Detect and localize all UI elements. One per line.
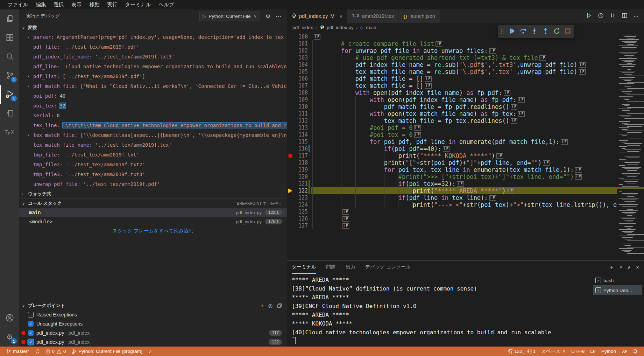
- variable-row[interactable]: pdf_index_file_name:'../test_tex/amm2019…: [19, 52, 287, 62]
- code-line[interactable]: 108 with open(pdf_index_file_name) as fp…: [287, 89, 617, 96]
- variable-value[interactable]: '../test_tex/amm2019f.txt3': [95, 54, 175, 60]
- breakpoint-margin[interactable]: [287, 180, 294, 187]
- code-line[interactable]: 118 print("["+str(poi_pdf)+"]"+pdf_line,…: [287, 159, 617, 166]
- variable-row[interactable]: poi_tex:32: [19, 101, 287, 111]
- line-number[interactable]: 117: [294, 152, 308, 159]
- expand-chevron-icon[interactable]: ›: [27, 74, 33, 79]
- breakpoint-checkbox[interactable]: [28, 330, 34, 336]
- feedback-button[interactable]: [619, 349, 630, 354]
- breakpoint-margin[interactable]: [287, 40, 294, 47]
- code-line[interactable]: 127 LF: [287, 222, 617, 229]
- expand-chevron-icon[interactable]: ›: [27, 84, 33, 89]
- variable-row[interactable]: ›pdf_list:['../test_tex/amm2019f.pdf']: [19, 71, 287, 81]
- breakpoint-margin[interactable]: [287, 152, 294, 159]
- code-line[interactable]: 111 with open(tex_match_file_name) as fp…: [287, 110, 617, 117]
- line-number[interactable]: 126: [294, 215, 308, 222]
- variable-row[interactable]: ›tex_match_file:['\\documentclass[aspec.…: [19, 130, 287, 140]
- breakpoint-margin[interactable]: [287, 54, 294, 61]
- sidebar-item-explorer[interactable]: [0, 9, 19, 28]
- line-number[interactable]: 101: [294, 40, 308, 47]
- close-panel-icon[interactable]: ×: [636, 264, 639, 270]
- new-terminal-button[interactable]: ＋: [609, 264, 614, 271]
- line-number[interactable]: 102: [294, 47, 308, 54]
- breakpoint-margin[interactable]: [287, 47, 294, 54]
- restart-button[interactable]: [553, 28, 560, 35]
- load-all-stack-frames-link[interactable]: スタック フレームをすべて読み込む: [19, 226, 287, 236]
- drag-handle-icon[interactable]: [501, 28, 504, 35]
- accounts-button[interactable]: [0, 309, 19, 328]
- panel-tab-デバッグ コンソール[interactable]: デバッグ コンソール: [365, 261, 411, 274]
- code-line[interactable]: 115 for poi_pdf, pdf_line in enumerate(p…: [287, 138, 617, 145]
- line-number[interactable]: 109: [294, 96, 308, 103]
- code-line[interactable]: 117 print("***** KOKODA *****")LF: [287, 152, 617, 159]
- menu-item[interactable]: 表示: [68, 0, 85, 9]
- problems-status[interactable]: 0 0: [43, 347, 69, 356]
- breakpoint-margin[interactable]: [287, 201, 294, 208]
- breakpoint-margin[interactable]: [287, 166, 294, 173]
- tab-launch-json[interactable]: {}launch.json: [399, 9, 440, 23]
- breakpoint-checkbox[interactable]: [28, 321, 34, 327]
- close-icon[interactable]: ×: [339, 13, 342, 19]
- line-number[interactable]: 104: [294, 61, 308, 68]
- line-number[interactable]: 125: [294, 208, 308, 215]
- maximize-panel-icon[interactable]: ∧: [628, 265, 631, 270]
- breakpoint-margin[interactable]: [287, 159, 294, 166]
- code-line[interactable]: 114 #poi_tex = 0LF: [287, 131, 617, 138]
- variable-value[interactable]: '../test_tex/amm2019f.txt': [63, 152, 139, 158]
- code-line-content[interactable]: print("***** KOKODA *****")LF: [311, 152, 617, 159]
- code-line-content[interactable]: #poi_pdf = 0LF: [311, 124, 617, 131]
- step-out-button[interactable]: [542, 28, 549, 35]
- expand-chevron-icon[interactable]: ›: [27, 133, 33, 138]
- panel-tab-ターミナル[interactable]: ターミナル: [292, 261, 316, 274]
- code-line-content[interactable]: for poi_tex, tex_line in enumerate(tex_m…: [311, 166, 617, 173]
- cursor-position-status[interactable]: 行 122、列 1: [505, 348, 538, 355]
- code-line-content[interactable]: if(pdf_line in tex_line):LF: [311, 194, 617, 201]
- variable-value[interactable]: '../test_tex/amm2019f.pdf': [83, 181, 160, 187]
- code-line-content[interactable]: #print(">>> ["+str(poi_tex)+"]"+tex_line…: [311, 173, 617, 180]
- code-line[interactable]: 104 pdf_index_file_name = re.sub('\.pdf$…: [287, 61, 617, 68]
- code-line-content[interactable]: LF: [311, 222, 617, 229]
- sidebar-item-tex[interactable]: TEX: [0, 123, 19, 142]
- breakpoint-margin[interactable]: [287, 61, 294, 68]
- code-line-content[interactable]: if(poi_tex==32):LF: [311, 180, 617, 187]
- panel-tab-問題[interactable]: 問題: [326, 261, 336, 274]
- terminal-instance-row[interactable]: >Python Deb...: [593, 285, 642, 295]
- breakpoint-dot[interactable]: [288, 154, 292, 158]
- code-line[interactable]: 113 #poi_pdf = 0LF: [287, 124, 617, 131]
- line-number[interactable]: 114: [294, 131, 308, 138]
- watch-section-header[interactable]: › ウォッチ式: [19, 189, 287, 198]
- code-line-content[interactable]: # use pdf_generated_shortend_txt (=txt3)…: [311, 54, 617, 61]
- menu-item[interactable]: 選択: [50, 0, 68, 9]
- line-number[interactable]: 115: [294, 138, 308, 145]
- line-number[interactable]: 122: [294, 187, 308, 194]
- debug-settings-gear-icon[interactable]: ⚙: [266, 13, 270, 20]
- menu-item[interactable]: ファイル: [3, 0, 32, 9]
- variable-value[interactable]: ArgumentParser(prog='pdf_index.py', usag…: [57, 34, 287, 40]
- breakpoint-margin[interactable]: [287, 173, 294, 180]
- breakpoint-margin[interactable]: [287, 222, 294, 229]
- line-number[interactable]: 124: [294, 201, 308, 208]
- variable-row[interactable]: tex_line:'\t\t\t\\item Cloud native tech…: [19, 120, 287, 130]
- breakpoint-margin[interactable]: [287, 75, 294, 82]
- code-line-content[interactable]: # create compare file listLF: [311, 40, 617, 47]
- breakpoint-margin[interactable]: [287, 124, 294, 131]
- sidebar-item-search[interactable]: [0, 47, 19, 66]
- code-line[interactable]: 123 if(pdf_line in tex_line):LF: [287, 194, 617, 201]
- code-line[interactable]: 126 LF: [287, 215, 617, 222]
- code-line[interactable]: 122 print("***** AREDA *****")LF: [287, 187, 617, 194]
- breakpoint-row[interactable]: Uncaught Exceptions: [19, 319, 287, 328]
- run-python-file-icon[interactable]: [586, 13, 592, 20]
- expand-chevron-icon[interactable]: ›: [27, 35, 33, 40]
- breakpoint-row[interactable]: Raised Exceptions: [19, 310, 287, 319]
- menu-item[interactable]: 移動: [85, 0, 103, 9]
- code-line-content[interactable]: if(poi_pdf==40):LF: [311, 145, 617, 152]
- variable-value[interactable]: 'Cloud native technologies empower organ…: [63, 64, 287, 69]
- indentation-status[interactable]: スペース: 4: [538, 348, 568, 355]
- variable-row[interactable]: unwrap_pdf_file:'../test_tex/amm2019f.pd…: [19, 179, 287, 189]
- variable-row[interactable]: pdf_line:'Cloud native technologies empo…: [19, 62, 287, 71]
- collapse-all-icon[interactable]: [277, 303, 282, 308]
- code-line[interactable]: 106 pdf_match_file = []LF: [287, 75, 617, 82]
- line-number[interactable]: 118: [294, 159, 308, 166]
- line-number[interactable]: 110: [294, 103, 308, 110]
- breakpoint-margin[interactable]: [287, 103, 294, 110]
